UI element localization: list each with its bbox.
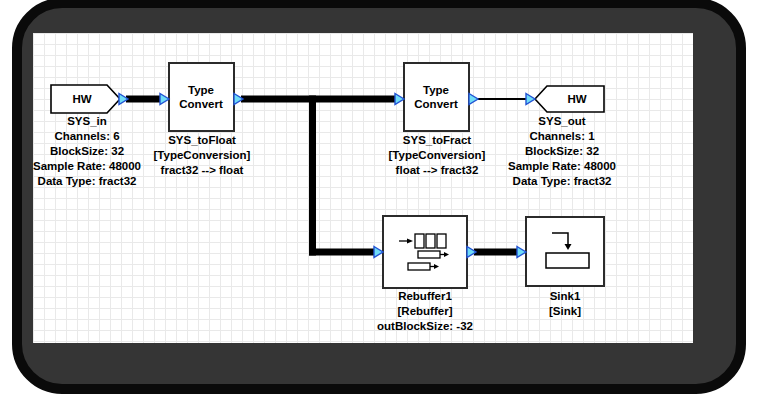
label-sys-in-prop: Sample Rate: 48000 — [33, 159, 141, 174]
label-rebuffer1: Rebuffer1 [Rebuffer] outBlockSize: -32 — [377, 289, 473, 334]
wire-branch-vertical[interactable] — [309, 96, 316, 256]
label-sys-in: SYS_in Channels: 6 BlockSize: 32 Sample … — [33, 114, 141, 189]
label-sys-tofract-detail: float --> fract32 — [389, 163, 486, 178]
wire-branch-to-rebuffer[interactable] — [309, 249, 375, 256]
wire-tofloat-to-tofract[interactable] — [241, 96, 397, 103]
label-rebuffer1-name: Rebuffer1 — [377, 289, 473, 304]
label-sys-in-prop: Data Type: fract32 — [33, 174, 141, 189]
label-sys-tofract-name: SYS_toFract — [389, 133, 486, 148]
label-sys-out-prop: Sample Rate: 48000 — [508, 159, 616, 174]
port-sink-input-icon[interactable] — [517, 247, 526, 258]
wire-sysin-to-tofloat[interactable] — [126, 96, 162, 103]
port-rebuffer-output-icon[interactable] — [467, 247, 476, 258]
label-sink1-name: Sink1 — [549, 289, 581, 304]
label-sys-tofract-type: [TypeConversion] — [389, 148, 486, 163]
block-sys-tofloat-title: Type Convert — [179, 83, 222, 111]
port-sys-out-input-icon[interactable] — [526, 94, 535, 105]
label-sys-in-prop: BlockSize: 32 — [33, 144, 141, 159]
label-sys-tofloat-name: SYS_toFloat — [154, 133, 251, 148]
block-sys-out-title: HW — [567, 92, 586, 106]
label-sys-in-name: SYS_in — [33, 114, 141, 129]
label-sys-tofloat-detail: fract32 --> float — [154, 163, 251, 178]
diagram-canvas: HW HW Type Convert Type Convert SYS_in C… — [33, 33, 693, 343]
label-sys-in-prop: Channels: 6 — [33, 129, 141, 144]
label-sys-out-prop: Channels: 1 — [508, 129, 616, 144]
port-tofract-output-icon[interactable] — [469, 94, 478, 105]
port-tofloat-input-icon[interactable] — [160, 94, 169, 105]
block-rebuffer1-shape[interactable] — [383, 216, 467, 288]
block-sink1-shape[interactable] — [526, 217, 604, 286]
port-rebuffer-input-icon[interactable] — [374, 247, 383, 258]
wire-rebuffer-to-sink[interactable] — [474, 249, 518, 256]
label-sys-out: SYS_out Channels: 1 BlockSize: 32 Sample… — [508, 114, 616, 189]
page-background: HW HW Type Convert Type Convert SYS_in C… — [0, 0, 758, 410]
label-sys-tofract: SYS_toFract [TypeConversion] float --> f… — [389, 133, 486, 178]
block-sys-in-title: HW — [72, 92, 91, 106]
port-sys-in-output-icon[interactable] — [119, 94, 128, 105]
label-sink1-type: [Sink] — [549, 304, 581, 319]
port-tofract-input-icon[interactable] — [395, 94, 404, 105]
label-sys-tofloat-type: [TypeConversion] — [154, 148, 251, 163]
label-rebuffer1-detail: outBlockSize: -32 — [377, 319, 473, 334]
label-sys-out-prop: BlockSize: 32 — [508, 144, 616, 159]
label-sys-tofloat: SYS_toFloat [TypeConversion] fract32 -->… — [154, 133, 251, 178]
label-sink1: Sink1 [Sink] — [549, 289, 581, 319]
label-rebuffer1-type: [Rebuffer] — [377, 304, 473, 319]
block-sys-tofract-title: Type Convert — [414, 83, 457, 111]
port-tofloat-output-icon[interactable] — [234, 94, 243, 105]
wire-tofract-to-sysout-thin[interactable] — [477, 98, 527, 100]
label-sys-out-name: SYS_out — [508, 114, 616, 129]
label-sys-out-prop: Data Type: fract32 — [508, 174, 616, 189]
